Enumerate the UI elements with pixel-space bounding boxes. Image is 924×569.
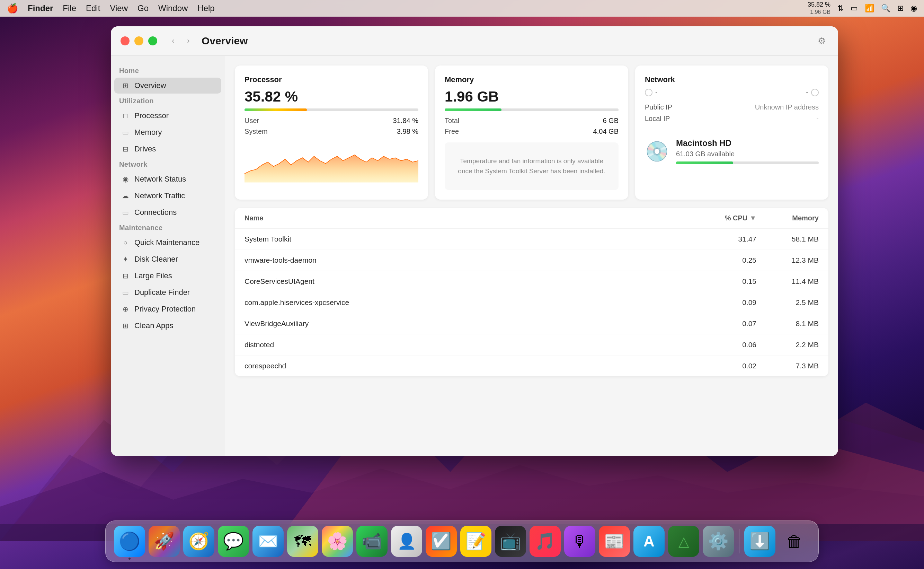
dock-music[interactable]: 🎵 xyxy=(530,526,561,557)
sort-icon: ⇅ xyxy=(838,4,844,13)
dock-photos[interactable]: 🌸 xyxy=(322,526,353,557)
sidebar-item-overview[interactable]: ⊞ Overview xyxy=(114,78,221,94)
dock-notes[interactable]: 📝 xyxy=(460,526,492,557)
main-content: Processor 35.82 % User 31.84 % System 3.… xyxy=(225,56,838,456)
local-ip-row: Local IP - xyxy=(645,115,819,123)
sidebar-network-label: Network xyxy=(111,158,225,170)
col-header-cpu[interactable]: % CPU ▼ xyxy=(687,214,756,222)
apple-menu[interactable]: 🍎 xyxy=(7,3,18,14)
sidebar-item-privacy-protection[interactable]: ⊕ Privacy Protection xyxy=(114,301,221,317)
sidebar-item-drives[interactable]: ⊟ Drives xyxy=(114,141,221,157)
process-mem-6: 7.3 MB xyxy=(756,362,819,370)
back-button[interactable]: ‹ xyxy=(167,35,179,47)
overview-icon: ⊞ xyxy=(121,81,129,90)
sidebar-item-processor[interactable]: □ Processor xyxy=(114,108,221,124)
settings-button[interactable]: ⚙ xyxy=(815,34,828,48)
dock-contacts[interactable]: 👤 xyxy=(391,526,422,557)
controls-center-icon[interactable]: ⊞ xyxy=(897,4,904,13)
memory-stat-free: Free 4.04 GB xyxy=(445,128,619,135)
table-row: CoreServicesUIAgent 0.15 11.4 MB xyxy=(235,271,828,292)
dock-terminal[interactable]: △ xyxy=(668,526,699,557)
clean-apps-icon: ⊞ xyxy=(121,322,129,330)
menubar-view[interactable]: View xyxy=(110,3,128,13)
sidebar-item-quick-maintenance[interactable]: ○ Quick Maintenance xyxy=(114,234,221,251)
dock-tv[interactable]: 📺 xyxy=(495,526,526,557)
large-files-icon: ⊟ xyxy=(121,272,129,280)
sidebar-item-disk-cleaner[interactable]: ✦ Disk Cleaner xyxy=(114,251,221,267)
processor-progress-bg xyxy=(244,108,418,111)
process-table: Name % CPU ▼ Memory System Toolkit 31.47… xyxy=(235,208,828,376)
sidebar-item-network-status[interactable]: ◉ Network Status xyxy=(114,171,221,187)
sidebar-disk-cleaner-label: Disk Cleaner xyxy=(134,255,178,264)
display-icon[interactable]: ▭ xyxy=(851,4,858,13)
dock-downloads[interactable]: ⬇️ xyxy=(744,526,775,557)
memory-stat-total: Total 6 GB xyxy=(445,117,619,125)
processor-card-title: Processor xyxy=(244,75,418,84)
process-mem-3: 2.5 MB xyxy=(756,298,819,307)
fullscreen-button[interactable] xyxy=(148,37,157,46)
sidebar-item-large-files[interactable]: ⊟ Large Files xyxy=(114,268,221,284)
dock-mail[interactable]: ✉️ xyxy=(252,526,284,557)
dock-launchpad[interactable]: 🚀 xyxy=(149,526,180,557)
memory-icon: ▭ xyxy=(121,128,129,137)
menubar-app-name[interactable]: Finder xyxy=(28,3,53,13)
sidebar-duplicate-finder-label: Duplicate Finder xyxy=(134,288,190,297)
titlebar: ‹ › Overview ⚙ xyxy=(111,26,838,56)
minimize-button[interactable] xyxy=(134,37,143,46)
forward-button[interactable]: › xyxy=(182,35,195,47)
wifi-icon[interactable]: 📶 xyxy=(865,4,874,13)
memory-card-title: Memory xyxy=(445,75,619,84)
menubar-edit[interactable]: Edit xyxy=(86,3,100,13)
main-window: ‹ › Overview ⚙ Home ⊞ Overview Utilizati… xyxy=(111,26,838,456)
sidebar-item-memory[interactable]: ▭ Memory xyxy=(114,125,221,140)
sidebar-network-status-label: Network Status xyxy=(134,175,186,184)
memory-total-value: 6 GB xyxy=(602,117,619,125)
sidebar-item-connections[interactable]: ▭ Connections xyxy=(114,204,221,221)
menubar-go[interactable]: Go xyxy=(138,3,149,13)
dock-podcasts[interactable]: 🎙 xyxy=(564,526,595,557)
network-status-icon: ◉ xyxy=(121,175,129,183)
sidebar-item-duplicate-finder[interactable]: ▭ Duplicate Finder xyxy=(114,284,221,300)
dock-news[interactable]: 📰 xyxy=(599,526,630,557)
process-mem-5: 2.2 MB xyxy=(756,341,819,349)
sidebar-connections-label: Connections xyxy=(134,208,177,217)
dock-trash[interactable]: 🗑 xyxy=(779,526,810,557)
process-mem-2: 11.4 MB xyxy=(756,277,819,286)
memory-total-label: Total xyxy=(445,117,459,125)
dock-reminders[interactable]: ☑️ xyxy=(426,526,457,557)
menubar-help[interactable]: Help xyxy=(197,3,214,13)
processor-system-label: System xyxy=(244,128,268,135)
sidebar-item-network-traffic[interactable]: ☁ Network Traffic xyxy=(114,188,221,204)
dock-facetime[interactable]: 📹 xyxy=(357,526,388,557)
disk-progress-fill xyxy=(676,161,733,164)
dock-syspreferences[interactable]: ⚙️ xyxy=(703,526,734,557)
cpu-chart-svg xyxy=(244,141,418,186)
processor-stats: User 31.84 % System 3.98 % xyxy=(244,117,418,135)
disk-details: Macintosh HD 61.03 GB available xyxy=(676,138,819,164)
dock-separator xyxy=(739,529,739,554)
search-icon[interactable]: 🔍 xyxy=(881,4,891,13)
dock-maps[interactable]: 🗺 xyxy=(287,526,318,557)
dock-appstore[interactable]: A xyxy=(633,526,665,557)
sidebar-network-traffic-label: Network Traffic xyxy=(134,191,185,200)
menubar-file[interactable]: File xyxy=(63,3,76,13)
process-cpu-6: 0.02 xyxy=(687,362,756,370)
sidebar-drives-label: Drives xyxy=(134,145,156,154)
process-cpu-3: 0.09 xyxy=(687,298,756,307)
sidebar-memory-label: Memory xyxy=(134,128,162,137)
memory-progress-bg xyxy=(445,108,619,111)
dock-safari[interactable]: 🧭 xyxy=(183,526,214,557)
menubar-window[interactable]: Window xyxy=(158,3,188,13)
sidebar-large-files-label: Large Files xyxy=(134,271,172,280)
dock-finder[interactable]: 🔵 xyxy=(114,526,145,557)
disk-status: 1.96 GB xyxy=(810,9,830,16)
connections-icon: ▭ xyxy=(121,208,129,217)
dock-messages[interactable]: 💬 xyxy=(218,526,249,557)
siri-icon[interactable]: ◉ xyxy=(910,4,917,13)
sidebar-item-clean-apps[interactable]: ⊞ Clean Apps xyxy=(114,318,221,334)
disk-name: Macintosh HD xyxy=(676,138,819,148)
process-name-4: ViewBridgeAuxiliary xyxy=(244,319,687,328)
network-traffic-icon: ☁ xyxy=(121,192,129,200)
close-button[interactable] xyxy=(120,37,129,46)
process-cpu-4: 0.07 xyxy=(687,319,756,328)
